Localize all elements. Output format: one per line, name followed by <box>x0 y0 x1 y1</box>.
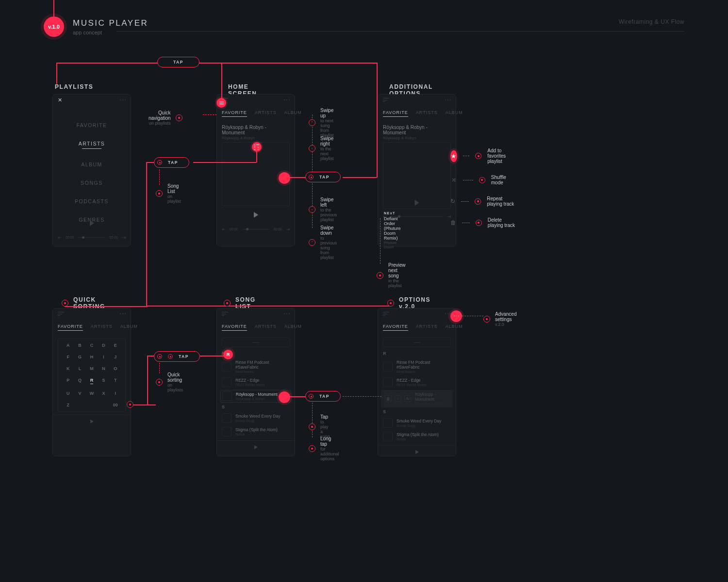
alpha-cell[interactable]: S <box>98 378 109 384</box>
alpha-cell[interactable]: B <box>74 343 85 348</box>
alpha-grid[interactable]: ABCDEFGHIJKLMNOPQRSTUVWXIZ00 <box>58 339 126 412</box>
song-row[interactable]: REZZ - EdgeREZZ Secret Notes <box>383 375 451 389</box>
tab-favorite[interactable]: FAVORITE <box>383 110 408 117</box>
alpha-cell[interactable]: J <box>110 355 121 359</box>
tab-album[interactable]: ALBUM <box>120 324 138 331</box>
tab-artists[interactable]: ARTISTS <box>416 110 438 117</box>
alpha-cell[interactable]: V <box>74 391 85 396</box>
tab-artists[interactable]: ARTISTS <box>416 324 438 331</box>
pill-tap-sort[interactable]: TAP <box>154 351 200 362</box>
alpha-cell[interactable] <box>74 403 85 407</box>
pill-tap-songlist[interactable]: TAP <box>154 157 189 168</box>
tab-artists[interactable]: ARTISTS <box>255 324 277 331</box>
play-button[interactable] <box>217 206 295 224</box>
song-row[interactable]: Smoke Weed Every DaySnoop Dogg <box>383 416 451 430</box>
menu-icon[interactable] <box>222 312 228 316</box>
alpha-cell[interactable]: G <box>74 355 85 359</box>
pill-tap-home[interactable]: TAP <box>305 172 341 182</box>
song-row-options[interactable]: 🗑 ☆ ↻ Röyksopp - MonumentRöyksopp & Roby… <box>381 390 453 407</box>
alpha-cell[interactable]: C <box>86 343 98 348</box>
tab-album[interactable]: ALBUM <box>446 324 463 331</box>
alpha-cell[interactable]: A <box>62 343 74 348</box>
tab-favorite[interactable]: FAVORITE <box>222 110 247 117</box>
letter-R-node[interactable]: R <box>223 350 233 359</box>
tab-favorite[interactable]: FAVORITE <box>58 324 83 331</box>
song-row[interactable]: Smoke Weed Every DaySnoop Dogg <box>222 411 290 425</box>
more-icon[interactable] <box>284 313 290 315</box>
prev-icon[interactable]: ⇤ <box>58 235 62 240</box>
alpha-cell[interactable]: H <box>86 355 98 359</box>
menu-item-artists[interactable]: ARTISTS <box>59 134 125 155</box>
tab-favorite[interactable]: FAVORITE <box>383 324 408 331</box>
menu-item-favorite[interactable]: FAVORITE <box>59 116 125 134</box>
tab-album[interactable]: ALBUM <box>284 324 302 331</box>
trash-icon[interactable]: 🗑 <box>385 395 392 402</box>
list-handle[interactable] <box>383 338 451 347</box>
pill-tap-song[interactable]: TAP <box>305 391 341 402</box>
next-icon[interactable]: ⇥ <box>286 226 290 232</box>
alpha-cell[interactable]: X <box>98 391 109 396</box>
alpha-cell[interactable] <box>86 403 98 407</box>
play-button[interactable] <box>53 415 131 427</box>
alpha-cell[interactable]: T <box>110 378 121 384</box>
play-button[interactable] <box>378 445 456 458</box>
list-handle[interactable] <box>222 338 290 347</box>
song-row[interactable]: Stigma (Split the Atom)Noisia <box>383 430 451 443</box>
action-delete[interactable]: 🗑 Delete playing track <box>450 217 516 228</box>
next-icon[interactable]: ⇥ <box>122 235 126 240</box>
tab-album[interactable]: ALBUM <box>446 110 463 117</box>
tab-artists[interactable]: ARTISTS <box>255 110 277 117</box>
action-shuffle[interactable]: ⤭ Shuffle mode <box>450 175 516 185</box>
more-icon[interactable] <box>120 99 126 101</box>
alpha-cell[interactable]: E <box>110 343 121 348</box>
menu-item-album[interactable]: ALBUM <box>59 155 125 174</box>
hamburger-node-icon[interactable] <box>216 98 226 108</box>
alpha-cell[interactable]: D <box>98 343 109 348</box>
alpha-cell[interactable]: F <box>62 355 74 359</box>
menu-item-songs[interactable]: SONGS <box>59 174 125 192</box>
close-icon[interactable]: ✕ <box>58 97 62 103</box>
more-icon[interactable] <box>445 99 451 101</box>
alpha-cell[interactable]: I <box>98 355 109 359</box>
song-row[interactable]: Stigma (Split the Atom)Noisia <box>222 425 290 438</box>
alpha-cell[interactable]: N <box>98 366 109 371</box>
menu-icon[interactable] <box>58 312 64 316</box>
more-icon[interactable] <box>284 99 290 101</box>
alpha-cell[interactable]: M <box>86 366 98 371</box>
menu-item-podcasts[interactable]: PODCASTS <box>59 192 125 210</box>
menu-icon[interactable] <box>383 98 389 102</box>
more-icon[interactable] <box>445 313 451 315</box>
more-icon[interactable] <box>120 313 126 315</box>
seek-bar[interactable] <box>242 229 270 229</box>
song-row[interactable]: REZZ - EdgeREZZ Secret Notes <box>222 375 290 389</box>
action-repeat[interactable]: ↻ Repeat playing track <box>450 196 516 207</box>
alpha-cell[interactable]: R <box>90 378 94 384</box>
tap-target-song[interactable] <box>279 391 290 403</box>
alpha-cell[interactable]: Z <box>62 403 74 407</box>
more-node-icon[interactable]: ⋯ <box>450 310 462 322</box>
song-row[interactable]: Rinse FM Podcast #SaveFabricMina Noseis <box>383 358 451 375</box>
tab-favorite[interactable]: FAVORITE <box>222 324 247 331</box>
star-icon[interactable]: ☆ <box>395 395 401 402</box>
tab-artists[interactable]: ARTISTS <box>91 324 113 331</box>
alpha-cell[interactable]: I <box>110 391 121 396</box>
alpha-cell[interactable]: U <box>62 391 74 396</box>
seek-bar[interactable] <box>78 237 106 238</box>
song-row[interactable]: Rinse FM Podcast #SaveFabricMina Noseis <box>222 358 290 375</box>
action-favorite[interactable]: ★ Add to favorites playlist <box>450 148 516 164</box>
tab-album[interactable]: ALBUM <box>284 110 302 117</box>
repeat-icon[interactable]: ↻ <box>404 395 411 402</box>
tap-target-home[interactable] <box>279 172 290 184</box>
alpha-cell[interactable] <box>98 403 109 407</box>
album-art[interactable] <box>383 142 451 209</box>
alpha-cell[interactable]: K <box>62 366 74 371</box>
alpha-cell[interactable]: L <box>74 366 85 371</box>
menu-icon[interactable] <box>383 312 389 316</box>
alpha-cell[interactable]: O <box>110 366 121 371</box>
alpha-cell[interactable]: Q <box>74 378 85 384</box>
prev-icon[interactable]: ⇤ <box>222 226 226 232</box>
alpha-cell[interactable]: P <box>62 378 74 384</box>
play-button[interactable] <box>217 440 295 453</box>
pill-tap-top[interactable]: TAP <box>157 57 199 67</box>
alpha-cell[interactable]: W <box>86 391 98 396</box>
